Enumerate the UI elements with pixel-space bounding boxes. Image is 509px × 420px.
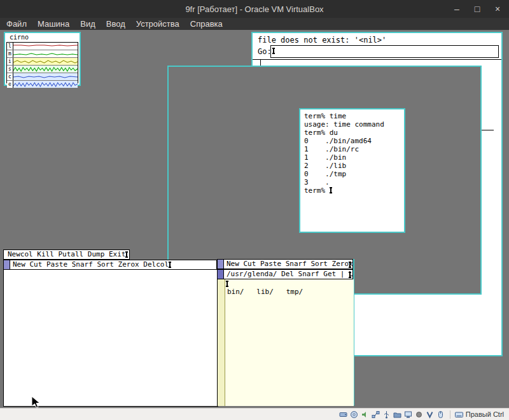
network-icon[interactable] — [372, 410, 380, 419]
stats-label: c — [7, 73, 13, 80]
stats-label: e — [7, 81, 13, 88]
features-icon[interactable] — [426, 410, 435, 419]
stats-row-mem: m — [7, 50, 78, 58]
keyboard-icon — [455, 410, 464, 419]
stats-label: s — [7, 66, 13, 73]
browser-divider — [253, 59, 501, 60]
acme-left-column-body[interactable] — [3, 270, 218, 407]
column-layout-box[interactable] — [218, 260, 224, 269]
terminal-line: 1 ./bin/rc — [304, 145, 404, 153]
go-label: Go: — [258, 47, 272, 56]
recording-icon[interactable] — [415, 410, 424, 419]
syscall-graph — [13, 66, 78, 73]
text-cursor — [349, 262, 351, 268]
window-layout-box[interactable] — [218, 270, 224, 279]
acme-right-column-tag-text: New Cut Paste Snarf Sort Zerox De — [224, 260, 353, 269]
virtualbox-window: 9fr [Работает] - Oracle VM VirtualBox – … — [0, 0, 509, 420]
mouse-pointer-icon — [31, 396, 41, 408]
harddisk-icon[interactable] — [339, 410, 348, 419]
acme-directory-body[interactable]: bin/ lib/ tmp/ — [217, 279, 354, 406]
window-title: 9fr [Работает] - Oracle VM VirtualBox — [185, 4, 323, 14]
terminal-line: 0 ./tmp — [304, 170, 404, 178]
menu-view[interactable]: Вид — [80, 19, 95, 29]
minimize-button[interactable]: – — [452, 4, 462, 14]
acme-left-column-tag-text: New Cut Paste Snarf Sort Zerox Delcol — [10, 260, 169, 269]
acme-left-column-window[interactable]: Newcol Kill Putall Dump Exit New Cut Pas… — [3, 249, 217, 406]
stats-label: i — [7, 58, 13, 65]
column-layout-box[interactable] — [4, 260, 10, 269]
menu-machine[interactable]: Машина — [38, 19, 69, 29]
stats-window[interactable]: cirno l m i s c — [4, 32, 81, 86]
menubar: Файл Машина Вид Ввод Устройства Справка — [0, 18, 509, 30]
text-cursor — [126, 251, 127, 258]
terminal-line: usage: time command — [304, 120, 404, 129]
stats-row-load: l — [7, 43, 78, 50]
acme-main-tag[interactable]: Newcol Kill Putall Dump Exit — [3, 249, 130, 260]
acme-window-tag[interactable]: /usr/glenda/ Del Snarf Get | Look — [217, 269, 353, 279]
stats-label: m — [7, 50, 13, 57]
stats-label: l — [7, 43, 13, 50]
text-cursor — [227, 281, 228, 287]
go-input[interactable] — [270, 45, 499, 58]
menu-help[interactable]: Справка — [190, 19, 223, 29]
text-cursor — [330, 187, 331, 193]
stats-row-intr: i — [7, 58, 78, 66]
acme-right-column-window[interactable]: New Cut Paste Snarf Sort Zerox De /usr/g… — [217, 259, 354, 406]
intr-graph — [13, 58, 78, 65]
optical-disk-icon[interactable] — [350, 410, 359, 419]
directory-listing[interactable]: bin/ lib/ tmp/ — [227, 288, 303, 296]
stats-row-context: c — [7, 73, 78, 81]
terminal-window[interactable]: term% time usage: time command term% du … — [299, 108, 405, 233]
stats-row-ether: e — [7, 81, 78, 88]
mem-graph — [13, 50, 78, 57]
ether-graph — [13, 81, 78, 88]
statusbar-separator — [450, 410, 450, 419]
terminal-line: 1 ./bin — [304, 153, 404, 162]
host-key-label: Правый Ctrl — [466, 410, 504, 418]
acme-left-column-tag[interactable]: New Cut Paste Snarf Sort Zerox Delcol — [3, 260, 217, 270]
shared-folders-icon[interactable] — [393, 410, 402, 419]
audio-icon[interactable] — [361, 410, 370, 419]
terminal-line: 0 ./bin/amd64 — [304, 137, 404, 145]
display-icon[interactable] — [404, 410, 413, 419]
terminal-line: term% time — [304, 112, 404, 120]
acme-window-tag-text: /usr/glenda/ Del Snarf Get | Look — [224, 270, 353, 279]
titlebar[interactable]: 9fr [Работает] - Oracle VM VirtualBox – … — [0, 0, 509, 18]
terminal-line: term% du — [304, 129, 404, 137]
menu-devices[interactable]: Устройства — [136, 19, 179, 29]
terminal-line: 3 . — [304, 178, 404, 186]
acme-main-tag-text: Newcol Kill Putall Dump Exit — [8, 250, 125, 259]
browser-scroll-mark — [482, 130, 494, 130]
text-cursor — [273, 48, 274, 54]
menu-file[interactable]: Файл — [6, 19, 27, 29]
statusbar: Правый Ctrl — [0, 408, 509, 420]
usb-icon[interactable] — [382, 410, 391, 419]
stats-row-syscall: s — [7, 66, 78, 73]
close-button[interactable]: × — [492, 4, 503, 14]
load-graph — [13, 43, 78, 50]
terminal-prompt: term% — [304, 186, 330, 195]
menu-input[interactable]: Ввод — [106, 19, 125, 29]
mouse-icon[interactable] — [436, 410, 445, 419]
context-graph — [13, 73, 78, 80]
maximize-button[interactable]: □ — [472, 4, 482, 14]
stats-title: cirno — [5, 33, 80, 41]
text-cursor — [349, 272, 351, 278]
stats-graphs: l m i s c — [6, 42, 78, 83]
text-cursor — [169, 262, 171, 268]
terminal-line: 2 ./lib — [304, 162, 404, 170]
vm-display[interactable]: cirno l m i s c — [0, 30, 509, 408]
terminal-prompt-line: term% — [304, 186, 404, 195]
acme-right-column-tag[interactable]: New Cut Paste Snarf Sort Zerox De — [217, 259, 353, 269]
browser-message: file does not exist: '<nil>' — [258, 36, 386, 45]
acme-scrollbar[interactable] — [218, 279, 225, 406]
